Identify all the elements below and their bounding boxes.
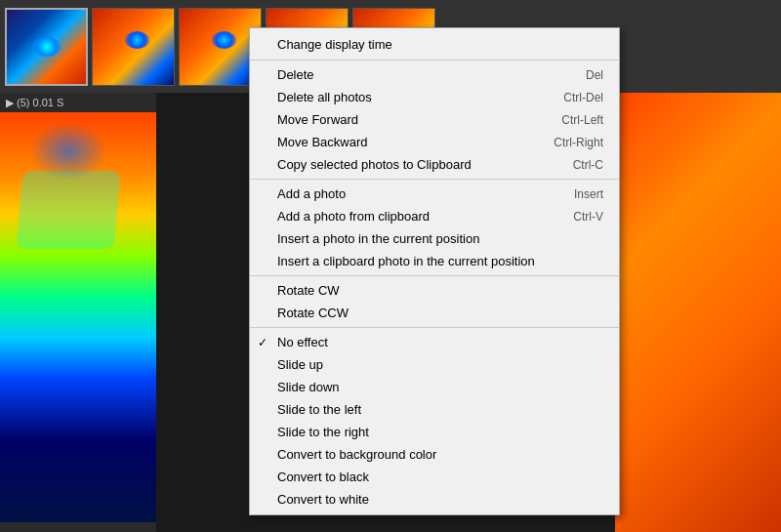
menu-item-delete[interactable]: Delete Del — [250, 63, 619, 86]
menu-shortcut: Insert — [535, 187, 603, 201]
menu-item-delete-all[interactable]: Delete all photos Ctrl-Del — [250, 86, 619, 108]
menu-item-label: Add a photo — [277, 186, 346, 201]
menu-item-label: Slide to the right — [277, 425, 369, 439]
menu-item-label: Copy selected photos to Clipboard — [277, 157, 472, 172]
menu-item-label: Delete — [277, 67, 314, 82]
menu-item-rotate-ccw[interactable]: Rotate CCW — [250, 302, 619, 324]
menu-item-no-effect[interactable]: ✓ No effect — [250, 331, 619, 353]
menu-item-copy-clipboard[interactable]: Copy selected photos to Clipboard Ctrl-C — [250, 153, 619, 176]
menu-shortcut: Ctrl-Left — [522, 113, 603, 127]
menu-shortcut: Ctrl-Right — [514, 136, 603, 149]
left-panel: ▶ (5) 0.01 S — [0, 93, 156, 532]
menu-separator-1 — [250, 60, 619, 61]
menu-item-label: Insert a photo in the current position — [277, 231, 479, 246]
context-menu: Change display time Delete Del Delete al… — [249, 27, 620, 515]
menu-item-label: Convert to white — [277, 492, 369, 507]
menu-item-label: Rotate CCW — [277, 306, 349, 320]
menu-item-label: Insert a clipboard photo in the current … — [277, 254, 535, 268]
menu-item-convert-black[interactable]: Convert to black — [250, 466, 619, 488]
menu-item-label: Slide down — [277, 380, 340, 394]
menu-item-label: Slide up — [277, 357, 323, 372]
menu-separator-4 — [250, 327, 619, 328]
filmstrip-thumb-1[interactable] — [5, 8, 88, 86]
menu-item-slide-down[interactable]: Slide down — [250, 376, 619, 398]
menu-item-label: Convert to background color — [277, 447, 436, 462]
menu-item-label: Add a photo from clipboard — [277, 209, 430, 224]
menu-item-slide-left[interactable]: Slide to the left — [250, 398, 619, 421]
menu-shortcut: Ctrl-C — [534, 158, 603, 172]
menu-item-label: Delete all photos — [277, 90, 372, 104]
menu-item-label: Convert to black — [277, 470, 369, 484]
menu-item-label: Rotate CW — [277, 283, 340, 298]
menu-item-rotate-cw[interactable]: Rotate CW — [250, 279, 619, 302]
menu-shortcut: Ctrl-Del — [524, 91, 603, 104]
menu-item-label: No effect — [277, 335, 328, 349]
menu-item-insert-current[interactable]: Insert a photo in the current position — [250, 227, 619, 250]
menu-item-insert-clipboard-current[interactable]: Insert a clipboard photo in the current … — [250, 250, 619, 272]
menu-item-convert-white[interactable]: Convert to white — [250, 488, 619, 511]
menu-separator-3 — [250, 275, 619, 276]
menu-item-label: Move Backward — [277, 135, 367, 149]
menu-item-label: Change display time — [277, 37, 392, 52]
menu-item-slide-up[interactable]: Slide up — [250, 353, 619, 376]
menu-item-add-photo-clipboard[interactable]: Add a photo from clipboard Ctrl-V — [250, 205, 619, 227]
menu-item-label: Move Forward — [277, 112, 358, 127]
filmstrip-thumb-2[interactable] — [92, 8, 175, 86]
menu-item-add-photo[interactable]: Add a photo Insert — [250, 183, 619, 205]
menu-separator-2 — [250, 179, 619, 180]
menu-item-slide-right[interactable]: Slide to the right — [250, 421, 619, 443]
menu-item-label: Slide to the left — [277, 402, 361, 417]
menu-item-convert-bg[interactable]: Convert to background color — [250, 443, 619, 466]
menu-shortcut: Ctrl-V — [534, 210, 603, 224]
menu-shortcut: Del — [547, 68, 603, 82]
panel-label: ▶ (5) 0.01 S — [0, 93, 156, 113]
menu-item-move-backward[interactable]: Move Backward Ctrl-Right — [250, 131, 619, 153]
menu-item-change-display-time[interactable]: Change display time — [250, 32, 619, 57]
check-mark-icon: ✓ — [258, 336, 267, 349]
menu-item-move-forward[interactable]: Move Forward Ctrl-Left — [250, 108, 619, 131]
right-image — [615, 93, 781, 532]
